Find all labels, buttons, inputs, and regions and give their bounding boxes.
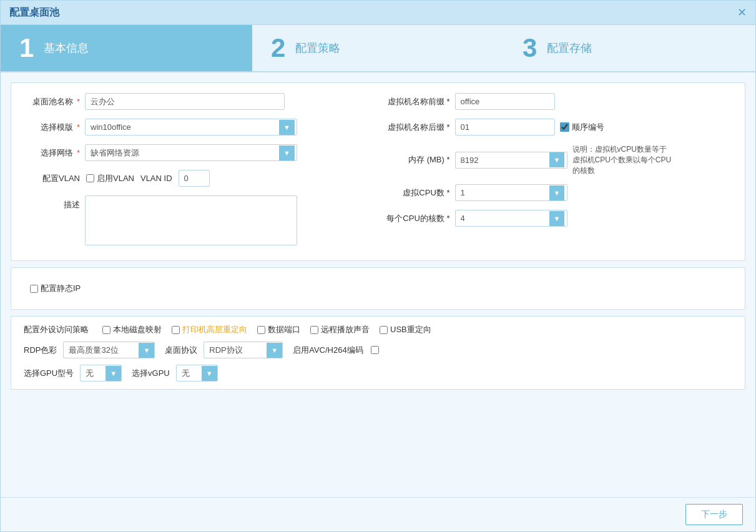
access-policy-label: 配置外设访问策略: [24, 324, 92, 335]
local-disk-item[interactable]: 本地磁盘映射: [102, 324, 162, 335]
gpu-type-select[interactable]: 无: [81, 365, 106, 381]
network-select[interactable]: 缺省网络资源: [86, 145, 279, 160]
gpu-type-select-wrapper: 无 ▼: [80, 365, 122, 382]
select-template-row: 选择模版 * win10office ▼: [24, 119, 372, 135]
enable-vlan-label[interactable]: 启用VLAN: [86, 173, 134, 184]
select-template-label: 选择模版 *: [24, 122, 80, 133]
pool-name-input[interactable]: [85, 93, 285, 110]
step-3[interactable]: 3 配置存储: [504, 25, 755, 71]
vcpu-select-arrow: ▼: [549, 185, 565, 200]
gpu-type-arrow: ▼: [106, 366, 121, 381]
vm-suffix-input[interactable]: [455, 119, 555, 135]
desc-row: 描述: [24, 195, 372, 245]
data-port-item[interactable]: 数据端口: [257, 324, 300, 335]
static-ip-row: 配置静态IP: [24, 278, 732, 299]
vm-suffix-row: 虚拟机名称后缀 * 顺序编号: [385, 119, 733, 135]
desc-textarea[interactable]: [85, 195, 297, 245]
protocol-item: 桌面协议 RDP协议 SPICE协议 ▼: [165, 342, 283, 358]
protocol-select-wrapper: RDP协议 SPICE协议 ▼: [204, 342, 283, 358]
enable-vlan-checkbox[interactable]: [86, 174, 94, 182]
main-form-section: 桌面池名称 * 选择模版 * win10office: [11, 82, 745, 261]
step-2[interactable]: 2 配置策略: [252, 25, 504, 71]
wizard-steps: 1 基本信息 2 配置策略 3 配置存储: [1, 25, 755, 72]
vcpu-label: 虚拟CPU数 *: [385, 187, 450, 199]
vcpu-note: 说明：虚拟机vCPU数量等于虚拟机CPU个数乘以每个CPU的核数: [572, 144, 672, 175]
seq-number-checkbox[interactable]: [560, 122, 569, 132]
cores-select-arrow: ▼: [549, 211, 565, 226]
vcpu-row: 虚拟CPU数 * 1 2 4 8 ▼: [385, 184, 733, 201]
vcpu-select[interactable]: 1 2 4 8: [456, 185, 549, 200]
usb-checkbox[interactable]: [380, 326, 388, 334]
memory-select[interactable]: 8192 4096 16384 32768: [456, 152, 549, 168]
pool-name-label: 桌面池名称 *: [24, 96, 80, 107]
template-select[interactable]: win10office: [86, 119, 279, 135]
right-column: 虚拟机名称前缀 * 虚拟机名称后缀 * 顺序编号: [385, 93, 733, 250]
rdp-color-select[interactable]: 最高质量32位 高质量16位 低质量8位: [64, 342, 139, 358]
access-policy-row: 配置外设访问策略 本地磁盘映射 打印机高层重定向 数据端口 远程播放声音: [24, 324, 732, 335]
policy-section: 配置外设访问策略 本地磁盘映射 打印机高层重定向 数据端口 远程播放声音: [11, 316, 745, 390]
step-3-label: 配置存储: [547, 41, 592, 56]
avc-checkbox[interactable]: [371, 346, 379, 354]
gpu-row: 选择GPU型号 无 ▼ 选择vGPU 无 ▼: [24, 365, 732, 382]
data-port-checkbox[interactable]: [257, 326, 265, 334]
rdp-color-arrow: ▼: [139, 343, 154, 358]
remote-audio-item[interactable]: 远程播放声音: [310, 324, 370, 335]
avc-label: 启用AVC/H264编码: [293, 345, 363, 356]
memory-select-wrapper: 8192 4096 16384 32768 ▼: [455, 152, 567, 169]
step-1[interactable]: 1 基本信息: [1, 25, 252, 71]
memory-label: 内存 (MB) *: [385, 154, 450, 165]
left-column: 桌面池名称 * 选择模版 * win10office: [24, 93, 372, 250]
usb-item[interactable]: USB重定向: [380, 324, 431, 335]
step-1-label: 基本信息: [44, 41, 89, 56]
memory-row: 内存 (MB) * 8192 4096 16384 32768 ▼ 说明：虚拟机…: [385, 144, 733, 175]
dialog-title-bar: 配置桌面池 ✕: [1, 1, 755, 25]
protocol-arrow: ▼: [267, 343, 282, 358]
vm-prefix-row: 虚拟机名称前缀 *: [385, 93, 733, 110]
step-1-number: 1: [19, 35, 34, 61]
gpu-type-label: 选择GPU型号: [24, 368, 74, 379]
rdp-color-label: RDP色彩: [24, 345, 57, 356]
next-button[interactable]: 下一步: [685, 504, 743, 525]
local-disk-checkbox[interactable]: [102, 326, 110, 334]
vm-prefix-label: 虚拟机名称前缀 *: [385, 96, 450, 107]
pool-name-row: 桌面池名称 *: [24, 93, 372, 110]
select-network-label: 选择网络 *: [24, 147, 80, 159]
vm-prefix-input[interactable]: [455, 93, 555, 110]
desc-label: 描述: [24, 195, 80, 210]
cores-label: 每个CPU的核数 *: [385, 213, 450, 224]
static-ip-section: 配置静态IP: [11, 267, 745, 310]
template-select-wrapper: win10office ▼: [85, 119, 297, 135]
vgpu-item: 选择vGPU 无 ▼: [132, 365, 218, 382]
dialog-title: 配置桌面池: [9, 6, 59, 19]
remote-audio-checkbox[interactable]: [310, 326, 318, 334]
rdp-color-select-wrapper: 最高质量32位 高质量16位 低质量8位 ▼: [63, 342, 155, 358]
gpu-type-item: 选择GPU型号 无 ▼: [24, 365, 122, 382]
seq-number-label[interactable]: 顺序编号: [560, 122, 604, 133]
static-ip-label[interactable]: 配置静态IP: [30, 283, 81, 294]
vgpu-select[interactable]: 无: [177, 365, 202, 381]
configure-pool-dialog: 配置桌面池 ✕ 1 基本信息 2 配置策略 3 配置存储 桌面池名称: [0, 0, 756, 532]
print-item[interactable]: 打印机高层重定向: [172, 324, 247, 335]
footer: 下一步: [1, 497, 755, 531]
vgpu-select-wrapper: 无 ▼: [176, 365, 218, 382]
protocol-select[interactable]: RDP协议 SPICE协议: [204, 342, 267, 358]
select-network-row: 选择网络 * 缺省网络资源 ▼: [24, 144, 372, 161]
vgpu-label: 选择vGPU: [132, 368, 170, 379]
vm-suffix-label: 虚拟机名称后缀 *: [385, 122, 450, 133]
protocol-label: 桌面协议: [165, 345, 197, 356]
step-3-number: 3: [523, 35, 537, 61]
vlan-id-input[interactable]: [179, 170, 210, 187]
vcpu-select-wrapper: 1 2 4 8 ▼: [455, 184, 567, 201]
vgpu-arrow: ▼: [202, 366, 217, 381]
vlan-id-label: VLAN ID: [140, 174, 172, 183]
print-checkbox[interactable]: [172, 326, 180, 334]
static-ip-checkbox[interactable]: [30, 285, 38, 293]
avc-item: 启用AVC/H264编码: [293, 345, 378, 356]
content-area: 桌面池名称 * 选择模版 * win10office: [1, 72, 755, 497]
template-select-arrow: ▼: [279, 120, 295, 135]
close-button[interactable]: ✕: [737, 6, 747, 19]
network-select-arrow: ▼: [279, 145, 295, 160]
cores-select[interactable]: 4 1 2 8: [456, 210, 549, 226]
step-2-number: 2: [271, 35, 285, 61]
cores-select-wrapper: 4 1 2 8 ▼: [455, 210, 567, 227]
